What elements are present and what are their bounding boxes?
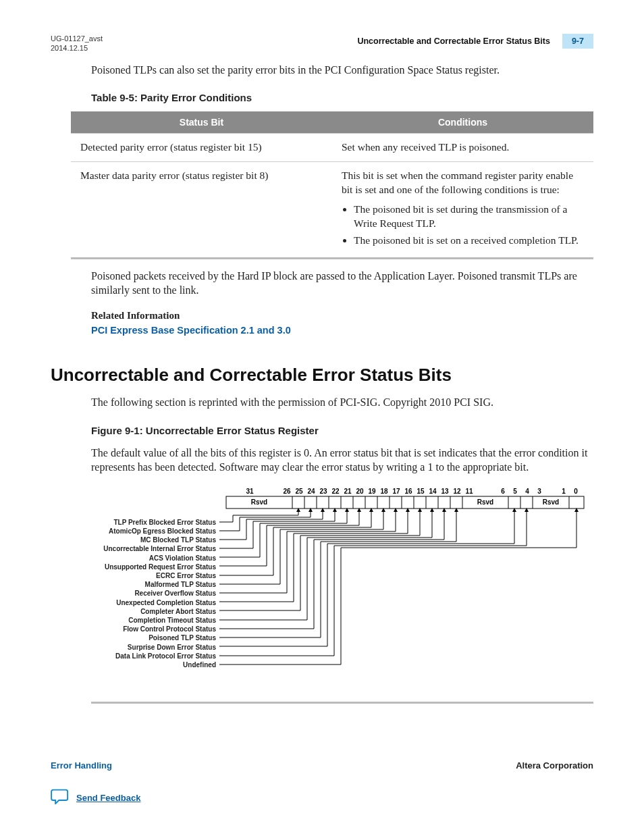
svg-text:5: 5 [513,488,517,495]
svg-text:Rsvd: Rsvd [251,498,267,506]
svg-rect-23 [226,496,584,509]
page-number-chip: 9-7 [562,34,593,49]
list-item: The poisoned bit is set on a received co… [354,234,584,248]
table-row: Master data parity error (status registe… [71,162,593,259]
svg-text:0: 0 [574,488,578,495]
svg-text:15: 15 [417,488,425,495]
bit-label: Poisoned TLP Status [78,633,216,642]
bit-label: Flow Control Protocol Status [78,625,216,633]
svg-text:12: 12 [453,488,461,495]
svg-text:13: 13 [441,488,449,495]
send-feedback-link[interactable]: Send Feedback [76,793,140,803]
svg-text:22: 22 [331,488,340,495]
table-9-5-caption: Table 9-5: Parity Error Conditions [91,92,593,103]
bit-label: Data Link Protocol Error Status [78,652,216,660]
col-status-bit: Status Bit [71,111,332,134]
svg-text:3: 3 [537,488,541,495]
bit-label: Completer Abort Status [78,607,216,616]
svg-text:11: 11 [465,488,473,495]
svg-text:24: 24 [307,488,315,495]
col-conditions: Conditions [332,111,593,134]
register-bit-labels: TLP Prefix Blocked Error Status AtomicOp… [78,518,216,669]
section-para2: The default value of all the bits of thi… [91,446,593,475]
svg-text:14: 14 [429,488,437,495]
svg-text:6: 6 [501,488,505,495]
cell-status-bit: Detected parity error (status register b… [71,134,332,162]
footer-company: Altera Corporation [516,760,593,771]
svg-text:31: 31 [246,488,254,495]
speech-bubble-icon [51,788,70,807]
after-table-paragraph: Poisoned packets received by the Hard IP… [91,269,593,298]
cell-conditions: Set when any received TLP is poisoned. [332,134,593,162]
cell-status-bit: Master data parity error (status registe… [71,162,332,259]
page-footer: Error Handling Altera Corporation Send F… [51,760,593,807]
bit-label: Completion Timeout Status [78,616,216,625]
running-title: Uncorrectable and Correctable Error Stat… [357,36,550,46]
bit-label: Surprise Down Error Status [78,643,216,652]
svg-text:19: 19 [368,488,376,495]
svg-text:4: 4 [525,488,529,495]
svg-text:Rsvd: Rsvd [543,498,559,506]
cell-conditions: This bit is set when the command registe… [332,162,593,259]
doc-id-line1: UG-01127_avst [51,34,103,43]
section-para1: The following section is reprinted with … [91,395,593,410]
cell-cond-text: This bit is set when the command registe… [342,170,573,195]
section-heading: Uncorrectable and Correctable Error Stat… [51,365,593,386]
svg-text:Rsvd: Rsvd [477,498,493,506]
page-header: UG-01127_avst 2014.12.15 Uncorrectable a… [51,34,593,53]
svg-text:1: 1 [562,488,566,495]
svg-text:26: 26 [283,488,291,495]
svg-text:18: 18 [380,488,388,495]
intro-paragraph: Poisoned TLPs can also set the parity er… [91,63,593,78]
table-row: Detected parity error (status register b… [71,134,593,162]
bit-label: Receiver Overflow Status [78,589,216,598]
table-9-5: Status Bit Conditions Detected parity er… [71,111,593,259]
figure-9-1: TLP Prefix Blocked Error Status AtomicOp… [91,487,593,704]
related-info-heading: Related Information [91,310,593,321]
footer-chapter-link[interactable]: Error Handling [51,760,112,771]
header-right: Uncorrectable and Correctable Error Stat… [357,34,593,49]
bit-label: Unsupported Request Error Status [78,563,216,571]
bit-label: TLP Prefix Blocked Error Status [78,518,216,527]
bit-label: MC Blocked TLP Status [78,536,216,544]
bit-label: AtomicOp Egress Blocked Status [78,527,216,536]
bit-label: Uncorrectable Internal Error Status [78,544,216,553]
bit-label: Unexpected Completion Status [78,598,216,607]
doc-id-line2: 2014.12.15 [51,43,103,53]
table-header-row: Status Bit Conditions [71,111,593,134]
bit-label: Undefined [78,660,216,669]
svg-text:16: 16 [404,488,412,495]
figure-9-1-caption: Figure 9-1: Uncorrectable Error Status R… [91,425,593,436]
bit-label: Malformed TLP Status [78,580,216,589]
cell-bullets: The poisoned bit is set during the trans… [354,203,584,248]
svg-text:21: 21 [344,488,352,495]
svg-text:20: 20 [356,488,364,495]
bit-label: ACS Violation Status [78,554,216,563]
register-diagram-svg: 31 26 25 24 23 22 21 20 19 18 17 16 15 1… [219,487,597,689]
pci-express-spec-link[interactable]: PCI Express Base Specification 2.1 and 3… [91,325,291,336]
svg-text:25: 25 [295,488,303,495]
doc-id: UG-01127_avst 2014.12.15 [51,34,103,53]
svg-text:17: 17 [392,488,400,495]
bit-label: ECRC Error Status [78,571,216,580]
svg-text:23: 23 [319,488,327,495]
list-item: The poisoned bit is set during the trans… [354,203,584,231]
